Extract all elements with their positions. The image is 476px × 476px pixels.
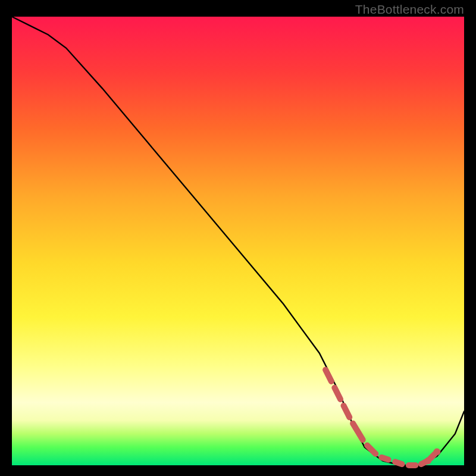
watermark-text: TheBottleneck.com (355, 2, 464, 17)
marker-group (325, 370, 440, 466)
chart-frame: TheBottleneck.com (0, 0, 476, 476)
marker-dot (434, 449, 440, 455)
marker-dash (367, 446, 375, 454)
marker-dot (425, 458, 431, 464)
marker-dash (353, 424, 363, 440)
marker-dash (325, 370, 331, 381)
marker-dash (334, 388, 340, 400)
marker-dash (381, 458, 388, 460)
curve-svg (12, 17, 464, 465)
marker-dash (395, 462, 402, 464)
plot-area (12, 17, 464, 465)
curve-line (12, 17, 464, 465)
marker-dash (430, 454, 435, 459)
marker-dash (344, 406, 350, 417)
